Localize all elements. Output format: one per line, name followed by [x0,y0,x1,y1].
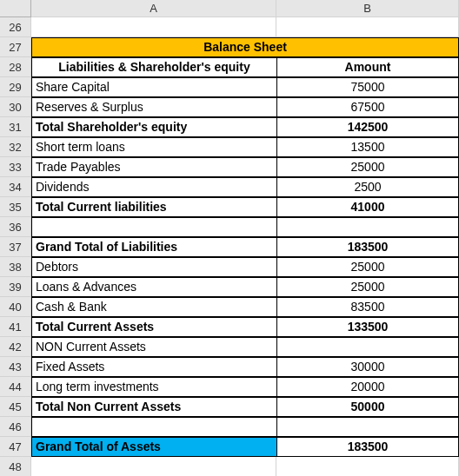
line-amount[interactable]: 183500 [276,237,459,257]
line-amount[interactable]: 25000 [276,257,459,277]
line-amount[interactable]: 75000 [276,77,459,97]
line-amount[interactable]: 25000 [276,157,459,177]
line-amount[interactable]: 20000 [276,377,459,397]
row-header[interactable]: 38 [0,257,31,277]
row-header[interactable]: 39 [0,277,31,297]
line-label[interactable]: Total Current Assets [31,317,276,337]
row-header[interactable]: 47 [0,437,31,457]
line-amount[interactable]: 142500 [276,117,459,137]
line-amount[interactable]: 41000 [276,197,459,217]
line-amount[interactable]: 83500 [276,297,459,317]
row-header[interactable]: 45 [0,397,31,417]
row-header[interactable]: 26 [0,17,31,37]
line-label[interactable]: Total Current liabilities [31,197,276,217]
row-header[interactable]: 48 [0,457,31,476]
header-amount[interactable]: Amount [276,57,459,77]
line-label[interactable]: Reserves & Surplus [31,97,276,117]
line-label[interactable]: Dividends [31,177,276,197]
balance-sheet-title[interactable]: Balance Sheet [31,37,459,57]
line-amount[interactable]: 25000 [276,277,459,297]
line-amount[interactable]: 133500 [276,317,459,337]
cell[interactable] [276,17,459,37]
row-header[interactable]: 32 [0,137,31,157]
line-label[interactable]: Total Shareholder's equity [31,117,276,137]
row-header[interactable]: 33 [0,157,31,177]
line-label[interactable]: NON Current Assets [31,337,276,357]
row-header[interactable]: 41 [0,317,31,337]
row-header[interactable]: 29 [0,77,31,97]
line-label[interactable]: Grand Total of Liabilities [31,237,276,257]
line-label[interactable]: Total Non Current Assets [31,397,276,417]
line-amount[interactable]: 13500 [276,137,459,157]
line-amount[interactable]: 2500 [276,177,459,197]
line-label[interactable]: Loans & Advances [31,277,276,297]
cell[interactable] [276,457,459,476]
row-header[interactable]: 35 [0,197,31,217]
row-header[interactable]: 31 [0,117,31,137]
spreadsheet-grid: A B 26 27 Balance Sheet 28 Liabilities &… [0,0,459,476]
row-header[interactable]: 46 [0,417,31,437]
row-header[interactable]: 34 [0,177,31,197]
corner-cell[interactable] [0,0,31,17]
col-header-b[interactable]: B [276,0,459,17]
cell[interactable] [31,17,276,37]
line-amount[interactable]: 50000 [276,397,459,417]
line-amount[interactable]: 67500 [276,97,459,117]
header-label[interactable]: Liabilities & Shareholder's equity [31,57,276,77]
row-header[interactable]: 40 [0,297,31,317]
row-header[interactable]: 44 [0,377,31,397]
grand-total-assets-amount[interactable]: 183500 [276,437,459,457]
cell[interactable] [276,217,459,237]
line-label[interactable]: Short term loans [31,137,276,157]
col-header-a[interactable]: A [31,0,276,17]
row-header[interactable]: 27 [0,37,31,57]
row-header[interactable]: 37 [0,237,31,257]
row-header[interactable]: 36 [0,217,31,237]
line-amount[interactable] [276,337,459,357]
line-label[interactable]: Share Capital [31,77,276,97]
row-header[interactable]: 30 [0,97,31,117]
row-header[interactable]: 42 [0,337,31,357]
line-amount[interactable]: 30000 [276,357,459,377]
line-label[interactable]: Trade Payables [31,157,276,177]
line-label[interactable]: Cash & Bank [31,297,276,317]
line-label[interactable]: Fixed Assets [31,357,276,377]
cell[interactable] [31,217,276,237]
row-header[interactable]: 28 [0,57,31,77]
cell[interactable] [31,417,276,437]
cell[interactable] [276,417,459,437]
line-label[interactable]: Long term investments [31,377,276,397]
row-header[interactable]: 43 [0,357,31,377]
grand-total-assets-label[interactable]: Grand Total of Assets [31,437,276,457]
cell[interactable] [31,457,276,476]
line-label[interactable]: Debtors [31,257,276,277]
